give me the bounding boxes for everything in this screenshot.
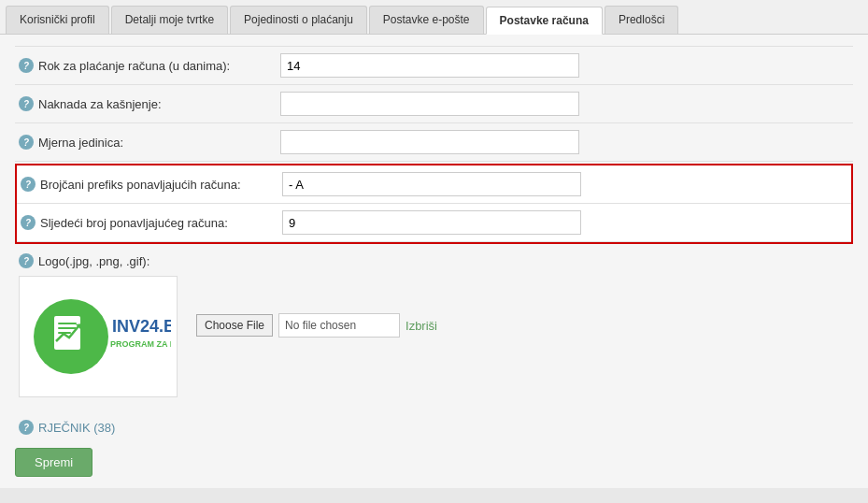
input-rok-placanje[interactable]	[280, 53, 579, 78]
regular-fields: ? Rok za plaćanje računa (u danima): ? N…	[15, 46, 853, 162]
choose-file-button[interactable]: Choose File	[196, 314, 273, 337]
tab-predlosci[interactable]: Predlošci	[605, 6, 678, 34]
dictionary-link[interactable]: RJEČNIK (38)	[38, 421, 115, 435]
form-row-mjerna-jedinica: ? Mjerna jedinica:	[15, 123, 853, 162]
help-icon-brojcani-prefiks[interactable]: ?	[21, 177, 36, 192]
svg-text:INV24.BA: INV24.BA	[112, 317, 171, 336]
logo-label-text: Logo(.jpg, .png, .gif):	[38, 254, 149, 268]
tab-bar: Korisnički profil Detalji moje tvrtke Po…	[0, 0, 868, 35]
tab-detalji-tvrtke[interactable]: Detalji moje tvrtke	[111, 6, 228, 34]
dictionary-link-row: ? RJEČNIK (38)	[15, 414, 853, 440]
help-icon-naknada-kasnjenje[interactable]: ?	[19, 96, 34, 111]
delete-link[interactable]: Izbriši	[406, 319, 437, 333]
tab-pojedinosti-placanju[interactable]: Pojedinosti o plaćanju	[230, 6, 367, 34]
logo-upload-area: Choose File No file chosen Izbriši	[196, 276, 437, 338]
label-naknada-kasnjenje: ? Naknada za kašnjenje:	[19, 96, 280, 111]
highlighted-section: ? Brojčani prefiks ponavljajućih računa:…	[15, 164, 853, 244]
label-sljedeci-broj: ? Sljedeći broj ponavljajućeg računa:	[21, 215, 282, 230]
logo-label-row: ? Logo(.jpg, .png, .gif):	[19, 253, 849, 268]
label-text-mjerna-jedinica: Mjerna jedinica:	[38, 136, 123, 150]
label-text-sljedeci-broj: Sljedeći broj ponavljajućeg računa:	[40, 216, 228, 230]
input-naknada-kasnjenje[interactable]	[280, 92, 579, 116]
main-content: ? Rok za plaćanje računa (u danima): ? N…	[0, 35, 868, 488]
label-rok-placanje: ? Rok za plaćanje računa (u danima):	[19, 58, 280, 73]
svg-rect-2	[58, 323, 77, 324]
tab-korisnicki-profil[interactable]: Korisnički profil	[6, 6, 109, 34]
help-icon-dictionary[interactable]: ?	[19, 420, 34, 435]
logo-section: ? Logo(.jpg, .png, .gif): INV2	[15, 246, 853, 405]
help-icon-mjerna-jedinica[interactable]: ?	[19, 135, 34, 150]
save-button[interactable]: Spremi	[15, 448, 92, 477]
svg-text:PROGRAM ZA FAKTURE: PROGRAM ZA FAKTURE	[110, 339, 171, 349]
form-row-naknada-kasnjenje: ? Naknada za kašnjenje:	[15, 85, 853, 123]
form-row-sljedeci-broj: ? Sljedeći broj ponavljajućeg računa:	[17, 204, 851, 242]
label-text-rok-placanje: Rok za plaćanje računa (u danima):	[38, 59, 230, 73]
label-brojcani-prefiks: ? Brojčani prefiks ponavljajućih računa:	[21, 177, 282, 192]
input-brojcani-prefiks[interactable]	[282, 172, 581, 196]
file-name-display: No file chosen	[278, 313, 400, 338]
tab-postavke-racuna[interactable]: Postavke računa	[486, 7, 603, 35]
input-mjerna-jedinica[interactable]	[280, 130, 579, 154]
label-text-brojcani-prefiks: Brojčani prefiks ponavljajućih računa:	[40, 178, 241, 192]
inv24-logo-svg: INV24.BA PROGRAM ZA FAKTURE	[26, 283, 171, 391]
help-icon-logo[interactable]: ?	[19, 253, 34, 268]
help-icon-sljedeci-broj[interactable]: ?	[21, 215, 36, 230]
form-row-brojcani-prefiks: ? Brojčani prefiks ponavljajućih računa:	[17, 165, 851, 204]
input-sljedeci-broj[interactable]	[282, 210, 581, 235]
logo-area: INV24.BA PROGRAM ZA FAKTURE Choose File …	[19, 276, 849, 397]
form-row-rok-placanje: ? Rok za plaćanje računa (u danima):	[15, 46, 853, 85]
file-upload-row: Choose File No file chosen Izbriši	[196, 313, 437, 338]
label-text-naknada-kasnjenje: Naknada za kašnjenje:	[38, 97, 162, 111]
logo-preview: INV24.BA PROGRAM ZA FAKTURE	[19, 276, 178, 397]
help-icon-rok-placanje[interactable]: ?	[19, 58, 34, 73]
tab-postavke-eposta[interactable]: Postavke e-pošte	[369, 6, 484, 34]
label-mjerna-jedinica: ? Mjerna jedinica:	[19, 135, 280, 150]
svg-rect-3	[58, 327, 77, 329]
